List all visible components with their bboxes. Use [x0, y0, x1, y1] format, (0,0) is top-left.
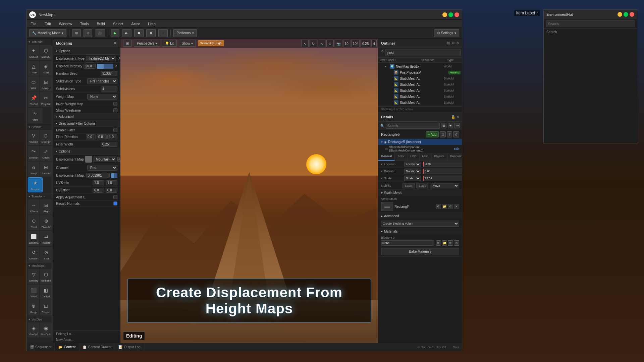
env-hut-maximize[interactable]: [624, 12, 628, 17]
tool-weld[interactable]: ⬛ Weld: [28, 285, 39, 300]
directional-filter-section[interactable]: ▾ Directional Filter Options: [53, 120, 120, 127]
displacement-type-reset[interactable]: ↺: [117, 56, 120, 61]
menu-tools[interactable]: Tools: [79, 21, 90, 26]
tree-item-newmap[interactable]: ▾ 🌍 NewMap (Editor World: [378, 63, 462, 69]
corner-scale-btn[interactable]: ⤡: [318, 40, 325, 47]
tab-physics[interactable]: Physics: [431, 153, 447, 161]
material-sync-btn[interactable]: ↺: [436, 240, 441, 246]
tool-trim[interactable]: ✁ Trim: [28, 108, 43, 123]
location-dropdown[interactable]: ▾: [381, 163, 383, 166]
env-hut-close[interactable]: [630, 12, 634, 17]
corner-snap-btn[interactable]: ⊙: [326, 40, 334, 47]
settings-btn[interactable]: ⚙ Settings ▾: [434, 29, 459, 37]
subdivision-type-select[interactable]: PN Triangles: [87, 78, 117, 84]
details-lock-btn[interactable]: 🔒: [451, 115, 455, 119]
tool-pincut[interactable]: 📌 PinCut: [28, 92, 40, 107]
col-item-label[interactable]: Item Label ↑: [380, 58, 418, 62]
details-reset-btn[interactable]: ↺: [453, 131, 459, 137]
uvoffset-y[interactable]: [106, 188, 117, 193]
corner-camera-btn[interactable]: 📷: [335, 40, 342, 47]
corner-rotate-btn[interactable]: ↻: [310, 40, 317, 47]
recalc-normals-checkbox[interactable]: [113, 201, 117, 205]
sub-component-edit[interactable]: Edit: [454, 147, 459, 150]
channel-select[interactable]: Red: [87, 165, 117, 171]
meshops-section[interactable]: ▾ MeshOps: [26, 262, 53, 268]
scale-dropdown[interactable]: ▾: [381, 177, 383, 180]
menu-file[interactable]: File: [29, 21, 38, 26]
mobility-static[interactable]: Static: [402, 183, 415, 188]
disp-map-sync[interactable]: ↺: [117, 157, 120, 162]
sequencer-tab[interactable]: 🎬 Sequencer: [26, 343, 55, 351]
location-type-select[interactable]: Location: [404, 162, 421, 167]
weight-map-select[interactable]: None: [87, 94, 117, 100]
invert-weight-checkbox[interactable]: [113, 102, 117, 106]
tree-item-staticmesh-4[interactable]: 📐 StaticMeshAc StaticM: [378, 94, 462, 100]
deform-section[interactable]: ▾ Deform: [26, 124, 53, 129]
details-copy-btn[interactable]: ⊡: [440, 131, 446, 137]
trimodel-section[interactable]: ▾ TriModel: [26, 39, 53, 44]
tab-misc[interactable]: Misc: [420, 153, 432, 161]
minimize-btn[interactable]: [442, 12, 447, 17]
tab-lod[interactable]: LOD: [408, 153, 420, 161]
tree-item-postprocess[interactable]: 📦 PostProcessV PostPro: [378, 69, 462, 75]
material-reset-btn[interactable]: ✕: [454, 240, 459, 246]
mesh-open-btn[interactable]: 📁: [442, 204, 447, 209]
details-help-btn[interactable]: ?: [447, 131, 452, 137]
platforms-btn[interactable]: Platforms ▾: [173, 29, 197, 37]
tool-offset[interactable]: ⤢ Offset: [40, 146, 52, 161]
menu-build[interactable]: Build: [96, 21, 106, 26]
scalability-badge[interactable]: Scalability: High: [198, 40, 224, 46]
tool-xform[interactable]: ↔ XForm: [28, 199, 40, 215]
material-0-input[interactable]: [381, 240, 434, 246]
rotation-x[interactable]: [423, 169, 462, 174]
tool-polycut[interactable]: ✂ PolyCut: [40, 92, 52, 107]
tool-pivotact[interactable]: ⊚ PivotAct: [40, 215, 52, 230]
material-find-btn[interactable]: ↺: [448, 240, 453, 246]
tool-convert[interactable]: ↺ Convert: [28, 247, 40, 262]
content-drawer-tab[interactable]: 📋 Content Drawer: [79, 343, 115, 351]
menu-help[interactable]: Help: [147, 21, 157, 26]
details-fav-btn[interactable]: ★: [448, 123, 453, 128]
location-x[interactable]: [423, 162, 462, 167]
mesh-sync-btn[interactable]: ↺: [436, 204, 441, 209]
advanced-section[interactable]: ▸ Advanced: [53, 114, 120, 120]
corner-grid-size[interactable]: 10: [343, 40, 350, 47]
details-grid-btn[interactable]: ⊞: [441, 123, 446, 128]
filter-width-input[interactable]: [101, 142, 117, 147]
tool-subdiv[interactable]: ⬡ SubDiv: [40, 45, 52, 60]
tool-remesh[interactable]: ⬡ Remesh: [40, 269, 52, 284]
tool-mirror[interactable]: ⊞ Mirror: [40, 76, 52, 92]
output-log-tab[interactable]: 📝 Output Log: [115, 343, 144, 351]
camera-btn[interactable]: 🎥: [95, 29, 105, 37]
details-sub-row[interactable]: ◎ StaticMeshComponent (StaticMeshCompone…: [378, 145, 462, 153]
uvscale-y[interactable]: [106, 180, 117, 185]
tree-item-staticmesh-3[interactable]: 📐 StaticMeshAc StaticM: [378, 87, 462, 94]
tool-vox1[interactable]: ◈ VoxOp1: [28, 322, 40, 338]
corner-select-btn[interactable]: ↖: [301, 40, 309, 47]
create-blocking-select[interactable]: Create Blocking Volum: [381, 221, 459, 227]
tab-rendering[interactable]: Rendering: [447, 153, 462, 161]
env-hut-minimize[interactable]: [618, 12, 622, 17]
tool-split[interactable]: ⊘ Split: [40, 247, 52, 262]
displace-intensity-input[interactable]: [84, 64, 96, 69]
scale-type-select[interactable]: Scale: [404, 176, 421, 181]
env-search-input[interactable]: [546, 20, 635, 27]
filter-dir-x[interactable]: [86, 134, 96, 139]
tree-item-staticmesh-2[interactable]: 📐 StaticMeshAc StaticM: [378, 81, 462, 87]
mesh-reset-btn[interactable]: ✕: [454, 204, 459, 209]
viewport-grid-btn[interactable]: ⊞: [123, 40, 132, 47]
tool-smooth[interactable]: 〜 Smooth: [28, 146, 40, 161]
options-section-1[interactable]: ▾ Options: [53, 48, 120, 55]
tool-pivot[interactable]: ⊙ Pivot: [28, 215, 40, 230]
filter-dir-z[interactable]: [107, 134, 117, 139]
menu-select[interactable]: Select: [112, 21, 125, 26]
menu-actor[interactable]: Actor: [130, 21, 142, 26]
details-more-btn[interactable]: ⋯: [454, 123, 460, 128]
tab-general[interactable]: General: [378, 153, 395, 161]
mobility-stationary[interactable]: Static: [416, 183, 429, 188]
random-seed-input[interactable]: [101, 71, 117, 76]
outliner-close-btn[interactable]: ✕: [456, 41, 459, 45]
details-close-btn[interactable]: ✕: [457, 115, 459, 119]
tree-item-staticmesh-1[interactable]: 📐 StaticMeshAc StaticM: [378, 75, 462, 81]
uvoffset-x[interactable]: [93, 188, 104, 193]
